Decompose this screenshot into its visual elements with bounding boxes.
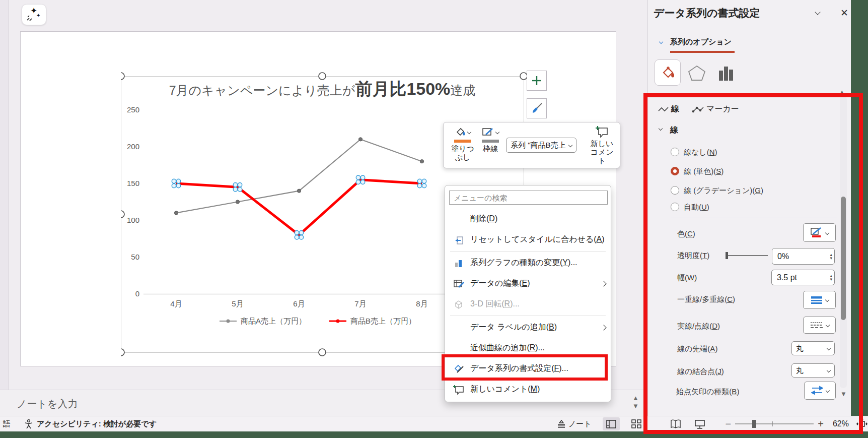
compound-line-dropdown[interactable] (803, 291, 836, 309)
menu-separator (450, 316, 606, 316)
slide-sorter-button[interactable] (628, 417, 645, 430)
effects-tab-pentagon-icon[interactable] (688, 65, 706, 82)
subsection-line: 線 (670, 125, 678, 136)
radio-gradient-line[interactable] (671, 186, 679, 195)
menu-item-add-data-labels[interactable]: データ ラベルの追加(B) (445, 317, 611, 338)
spinner-arrows-icon[interactable]: ▴▾ (830, 274, 832, 281)
tab-marker[interactable]: マーカー (706, 104, 739, 114)
menu-separator (450, 251, 606, 252)
slideshow-button[interactable] (691, 417, 708, 430)
radio-automatic[interactable] (671, 203, 679, 211)
panel-scrollbar-thumb[interactable] (841, 197, 846, 320)
transparency-slider[interactable] (725, 251, 770, 260)
notes-toggle[interactable]: ノート (556, 419, 592, 429)
fill-color-button[interactable]: 塗りつぶし (447, 124, 479, 166)
outline-swatch (482, 140, 499, 143)
new-comment-button[interactable]: 新しいコメント (585, 124, 620, 166)
zoom-out-button[interactable]: − (726, 418, 732, 430)
subsection-collapse-icon[interactable] (659, 127, 663, 131)
join-type-label: 線の結合点(J) (677, 367, 724, 377)
chart-element-selector[interactable]: 系列 "商品B売上 (506, 138, 576, 153)
reset-style-icon (452, 234, 465, 245)
chart-styles-button[interactable] (527, 98, 547, 118)
begin-arrow-label: 始点矢印の種類(B) (676, 387, 739, 397)
fill-line-tab[interactable] (655, 59, 681, 86)
menu-item-new-comment[interactable]: 新しいコメント(M) (445, 379, 611, 400)
width-spinbox[interactable]: 3.5 pt ▴▾ (771, 270, 835, 285)
zoom-percentage[interactable]: 62% (833, 419, 849, 428)
svg-text:250: 250 (127, 105, 139, 114)
paint-bucket-icon (455, 127, 466, 137)
svg-text:150: 150 (127, 179, 139, 187)
menu-item-delete[interactable]: 削除(D) (445, 209, 611, 229)
cap-type-select[interactable]: 丸 (791, 341, 835, 355)
panel-collapse-icon[interactable] (815, 9, 820, 15)
designer-button[interactable]: ✦ ✦ (22, 4, 46, 25)
reading-view-button[interactable] (667, 417, 684, 430)
svg-text:8月: 8月 (416, 299, 427, 308)
svg-text:100: 100 (127, 216, 139, 224)
format-data-series-panel: データ系列の書式設定 ✕ 系列のオプション 線 マーカー (648, 0, 851, 416)
fit-to-window-icon[interactable] (856, 418, 868, 429)
scroll-up-arrow[interactable]: ▲ (632, 395, 639, 401)
radio-solid-line[interactable] (671, 167, 679, 175)
begin-arrow-dropdown[interactable] (804, 382, 836, 400)
transparency-spinbox[interactable]: 0% ▴▾ (772, 248, 835, 265)
outline-color-button[interactable]: 枠線 (479, 124, 502, 166)
svg-text:200: 200 (127, 142, 139, 151)
brush-icon (531, 102, 543, 114)
chevron-down-icon (825, 389, 829, 393)
chart-elements-button[interactable] (527, 71, 547, 91)
cap-type-value: 丸 (796, 344, 804, 353)
menu-item-label: 新しいコメント(M) (470, 384, 540, 395)
radio-label-gradient-line[interactable]: 線 (グラデーション)(G) (684, 186, 763, 196)
panel-scroll-up-icon[interactable]: ▴ (840, 89, 844, 95)
spinner-arrows-icon[interactable]: ▴▾ (830, 253, 832, 260)
normal-view-button[interactable] (603, 417, 620, 430)
radio-label-automatic[interactable]: 自動(U) (684, 203, 709, 212)
new-comment-icon (596, 126, 609, 138)
chevron-down-icon (495, 130, 499, 134)
selector-value: 系列 "商品B売上 (511, 141, 566, 150)
svg-text:50: 50 (131, 253, 139, 261)
radio-label-solid-line[interactable]: 線 (単色)(S) (684, 167, 724, 176)
menu-item-add-trendline[interactable]: 近似曲線の追加(R)... (445, 338, 611, 358)
panel-close-icon[interactable]: ✕ (840, 7, 848, 19)
submenu-arrow-icon (601, 325, 606, 330)
chevron-down-icon (827, 346, 831, 350)
line-color-button[interactable] (803, 223, 836, 242)
cube-icon (452, 299, 465, 310)
status-bar: 語 アクセシビリティ: 検討が必要です ノート − (0, 416, 868, 431)
series-options-section[interactable]: 系列のオプション (670, 37, 732, 47)
svg-text:商品A売上（万円）: 商品A売上（万円） (241, 317, 306, 325)
series-options-tab-bars-icon[interactable] (717, 65, 735, 82)
desktop-background-bottom (0, 431, 868, 438)
dash-type-dropdown[interactable] (803, 317, 836, 334)
panel-scroll-down-icon[interactable]: ▼ (840, 391, 847, 397)
scroll-down-arrow[interactable]: ▼ (632, 403, 639, 409)
zoom-in-button[interactable]: + (818, 418, 824, 430)
radio-label-no-line[interactable]: 線なし(N) (684, 148, 717, 157)
menu-item-edit-data[interactable]: データの編集(E) (445, 273, 611, 294)
join-type-select[interactable]: 丸 (791, 363, 835, 378)
menu-item-label: 系列グラフの種類の変更(Y)... (470, 258, 577, 268)
sparkle-small-icon: ✦ (36, 13, 40, 18)
radio-no-line[interactable] (671, 148, 679, 156)
fill-label: 塗りつぶし (450, 144, 476, 161)
double-arrows-icon (811, 386, 823, 396)
new-comment-label: 新しいコメント (588, 139, 617, 165)
menu-item-reset-style[interactable]: リセットしてスタイルに合わせる(A) (445, 229, 611, 250)
zoom-slider[interactable] (734, 419, 815, 429)
menu-item-label: データ系列の書式設定(F)... (470, 363, 568, 374)
section-expand-icon[interactable] (659, 40, 663, 44)
language-indicator[interactable]: 語 (3, 419, 11, 429)
menu-item-label: 削除(D) (470, 214, 497, 224)
accessibility-status[interactable]: アクセシビリティ: 検討が必要です (37, 419, 157, 429)
tab-line[interactable]: 線 (671, 104, 679, 114)
menu-item-label: 近似曲線の追加(R)... (470, 343, 545, 353)
svg-text:商品B売上（万円）: 商品B売上（万円） (350, 317, 416, 325)
menu-search-input[interactable] (449, 191, 608, 205)
menu-item-format-data-series[interactable]: データ系列の書式設定(F)... (445, 358, 611, 379)
menu-item-change-chart-type[interactable]: 系列グラフの種類の変更(Y)... (445, 253, 611, 273)
grid-view-icon (631, 419, 641, 428)
